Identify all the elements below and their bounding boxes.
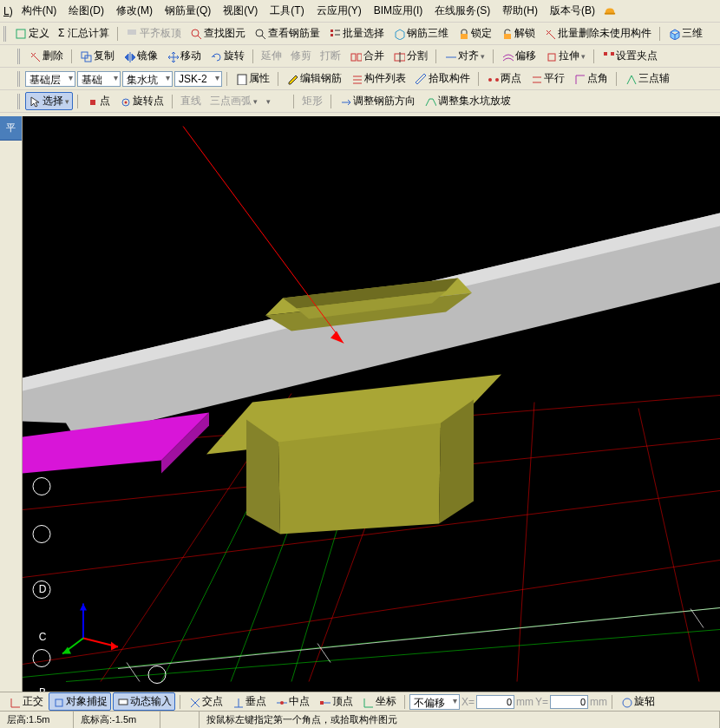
point-button[interactable]: 点 bbox=[82, 92, 114, 110]
layer-dropdown[interactable]: 基础层 bbox=[25, 71, 75, 87]
view-rebar-button[interactable]: 查看钢筋量 bbox=[251, 24, 324, 43]
cursor-icon bbox=[29, 95, 41, 108]
offset-mode-dropdown[interactable]: 不偏移 bbox=[409, 694, 460, 710]
menu-cloud[interactable]: 云应用(Y) bbox=[313, 2, 365, 20]
menu-tools[interactable]: 工具(T) bbox=[266, 2, 307, 20]
menu-bim[interactable]: BIM应用(I) bbox=[370, 2, 427, 20]
pointer-line bbox=[183, 127, 344, 344]
grid-labels bbox=[33, 478, 166, 684]
svg-point-70 bbox=[33, 650, 50, 667]
svg-rect-80 bbox=[320, 701, 324, 705]
endpt-button[interactable]: 顶点 bbox=[315, 692, 357, 711]
define-icon bbox=[15, 28, 27, 40]
twopt-button[interactable]: 两点 bbox=[483, 69, 525, 88]
canvas-3d[interactable]: A B C D 1 2000 5700 Z X bbox=[23, 116, 720, 692]
menubar: L) 构件(N) 绘图(D) 修改(M) 钢筋量(Q) 视图(V) 工具(T) … bbox=[0, 0, 720, 23]
svg-point-72 bbox=[33, 526, 50, 543]
menu-version[interactable]: 版本号(B) bbox=[547, 2, 599, 20]
left-tab[interactable]: 平 bbox=[0, 116, 22, 141]
category-dropdown[interactable]: 基础 bbox=[77, 71, 121, 87]
status-hint: 按鼠标左键指定第一个角点，或拾取构件图元 bbox=[200, 712, 720, 728]
align-button[interactable]: 对齐 bbox=[441, 47, 488, 65]
picker-icon bbox=[415, 73, 427, 85]
model-view[interactable] bbox=[23, 116, 720, 692]
svg-line-41 bbox=[638, 409, 699, 682]
cube3d-icon bbox=[668, 28, 680, 40]
rot-button[interactable]: 旋轺 bbox=[617, 692, 658, 711]
pick-button[interactable]: 拾取构件 bbox=[411, 69, 474, 88]
lock-button[interactable]: 锁定 bbox=[454, 24, 495, 43]
menu-modify[interactable]: 修改(M) bbox=[113, 2, 156, 20]
unlock-button[interactable]: 解锁 bbox=[497, 24, 539, 43]
svg-rect-0 bbox=[605, 12, 615, 14]
align-top-button[interactable]: 平齐板顶 bbox=[122, 24, 185, 43]
corner3-icon bbox=[625, 73, 637, 85]
type-dropdown[interactable]: 集水坑 bbox=[122, 71, 173, 87]
line-button: 直线 bbox=[177, 92, 205, 110]
axis-gizmo bbox=[62, 604, 118, 654]
menu-draw[interactable]: 绘图(D) bbox=[65, 2, 108, 20]
svg-rect-23 bbox=[238, 75, 246, 85]
twopt-icon bbox=[487, 73, 499, 85]
svg-rect-21 bbox=[604, 52, 607, 56]
dims bbox=[118, 608, 720, 682]
statusbar: 层高:1.5m 底标高:-1.5m 按鼠标左键指定第一个角点，或拾取构件图元 bbox=[0, 711, 720, 728]
blank1-button bbox=[263, 95, 289, 108]
find-elem-button[interactable]: 查找图元 bbox=[187, 24, 249, 43]
snap-button[interactable]: 对象捕捉 bbox=[49, 692, 111, 711]
sum-button[interactable]: Σ 汇总计算 bbox=[55, 24, 113, 43]
split-button[interactable]: 分割 bbox=[389, 47, 431, 65]
offset-button[interactable]: 偏移 bbox=[498, 47, 540, 65]
ortho-button[interactable]: 正交 bbox=[5, 692, 47, 711]
list-button[interactable]: 构件列表 bbox=[347, 69, 409, 88]
y-coord-input[interactable] bbox=[550, 695, 588, 709]
rebar3d-button[interactable]: 钢筋三维 bbox=[389, 24, 452, 43]
corner-button[interactable]: 点角 bbox=[570, 69, 612, 88]
dyn-input-button[interactable]: 动态输入 bbox=[113, 692, 175, 711]
menu-component[interactable]: 构件(N) bbox=[18, 2, 61, 20]
move-button[interactable]: 移动 bbox=[163, 47, 205, 65]
coord-button[interactable]: 坐标 bbox=[358, 692, 400, 711]
parallel-button[interactable]: 平行 bbox=[527, 69, 568, 88]
merge-button[interactable]: 合并 bbox=[346, 47, 388, 65]
mirror-button[interactable]: 镜像 bbox=[120, 47, 161, 65]
menu-rebar[interactable]: 钢筋量(Q) bbox=[161, 2, 214, 20]
name-dropdown[interactable]: JSK-2 bbox=[174, 71, 222, 87]
x-coord-input[interactable] bbox=[476, 695, 514, 709]
del-unused-button[interactable]: 批量删除未使用构件 bbox=[540, 24, 655, 43]
break-button: 打断 bbox=[317, 47, 344, 65]
adjust-dir-button[interactable]: 调整钢筋方向 bbox=[336, 92, 419, 110]
trim-button: 修剪 bbox=[287, 47, 315, 65]
stretch-button[interactable]: 拉伸 bbox=[541, 47, 589, 65]
select-button[interactable]: 选择 bbox=[25, 92, 73, 110]
svg-line-40 bbox=[517, 403, 534, 682]
svg-line-37 bbox=[23, 561, 720, 665]
rotate-button[interactable]: 旋转 bbox=[206, 47, 248, 65]
perp-button[interactable]: 垂点 bbox=[228, 692, 270, 711]
batch-select-button[interactable]: 批量选择 bbox=[325, 24, 388, 43]
svg-marker-57 bbox=[278, 423, 441, 535]
svg-rect-8 bbox=[331, 34, 333, 36]
svg-rect-2 bbox=[128, 30, 136, 35]
menu-help[interactable]: 帮助(H) bbox=[499, 2, 541, 20]
edit-rebar-button[interactable]: 编辑钢筋 bbox=[283, 69, 345, 88]
menu-online[interactable]: 在线服务(S) bbox=[431, 2, 494, 20]
menu-view[interactable]: 视图(V) bbox=[219, 2, 261, 20]
copy-button[interactable]: 复制 bbox=[76, 47, 118, 65]
delete-button[interactable]: 删除 bbox=[25, 47, 67, 65]
intersect-button[interactable]: 交点 bbox=[185, 692, 226, 711]
slope-icon bbox=[424, 95, 436, 108]
set-fixed-button[interactable]: 设置夹点 bbox=[599, 47, 661, 65]
svg-rect-11 bbox=[461, 34, 468, 39]
rotpt-button[interactable]: 旋转点 bbox=[115, 92, 167, 110]
toolbar-main: 定义 Σ 汇总计算 平齐板顶 查找图元 查看钢筋量 批量选择 钢筋三维 锁定 解… bbox=[0, 23, 720, 45]
svg-rect-76 bbox=[119, 699, 128, 705]
props-button[interactable]: 属性 bbox=[232, 69, 273, 88]
view3d-button[interactable]: 三维 bbox=[664, 24, 706, 43]
define-button[interactable]: 定义 bbox=[11, 24, 53, 43]
svg-rect-31 bbox=[90, 100, 95, 105]
adjust-slope-button[interactable]: 调整集水坑放坡 bbox=[421, 92, 514, 110]
search-icon bbox=[190, 28, 202, 40]
corner3-button[interactable]: 三点辅 bbox=[621, 69, 673, 88]
mid-button[interactable]: 中点 bbox=[272, 692, 313, 711]
